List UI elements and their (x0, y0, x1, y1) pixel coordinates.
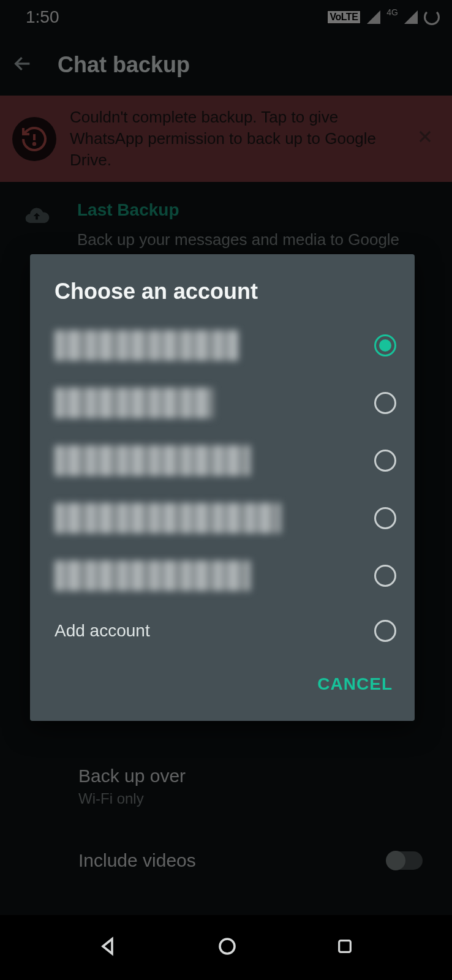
svg-point-6 (220, 939, 235, 954)
add-account-label: Add account (55, 621, 150, 641)
nav-back-icon[interactable] (97, 935, 119, 960)
svg-marker-5 (103, 939, 112, 954)
radio-icon[interactable] (374, 620, 396, 642)
cancel-button[interactable]: CANCEL (314, 668, 396, 700)
nav-recent-icon[interactable] (335, 937, 355, 959)
account-option-2[interactable] (30, 374, 415, 432)
dialog-title: Choose an account (30, 279, 415, 317)
nav-home-icon[interactable] (216, 935, 238, 960)
account-option-4[interactable] (30, 489, 415, 547)
radio-icon[interactable] (374, 565, 396, 587)
account-email-redacted (55, 503, 281, 533)
choose-account-dialog: Choose an account Add account CANCEL (30, 254, 415, 721)
account-option-1[interactable] (30, 317, 415, 374)
account-email-redacted (55, 330, 238, 361)
radio-icon[interactable] (374, 450, 396, 472)
svg-rect-7 (339, 941, 351, 952)
radio-icon[interactable] (374, 392, 396, 414)
add-account-option[interactable]: Add account (30, 605, 415, 657)
radio-icon[interactable] (374, 507, 396, 529)
account-email-redacted (55, 560, 250, 591)
account-option-3[interactable] (30, 432, 415, 489)
system-nav-bar (0, 915, 452, 980)
radio-selected-icon[interactable] (374, 334, 396, 356)
account-email-redacted (55, 445, 250, 476)
account-option-5[interactable] (30, 547, 415, 605)
account-email-redacted (55, 388, 214, 418)
